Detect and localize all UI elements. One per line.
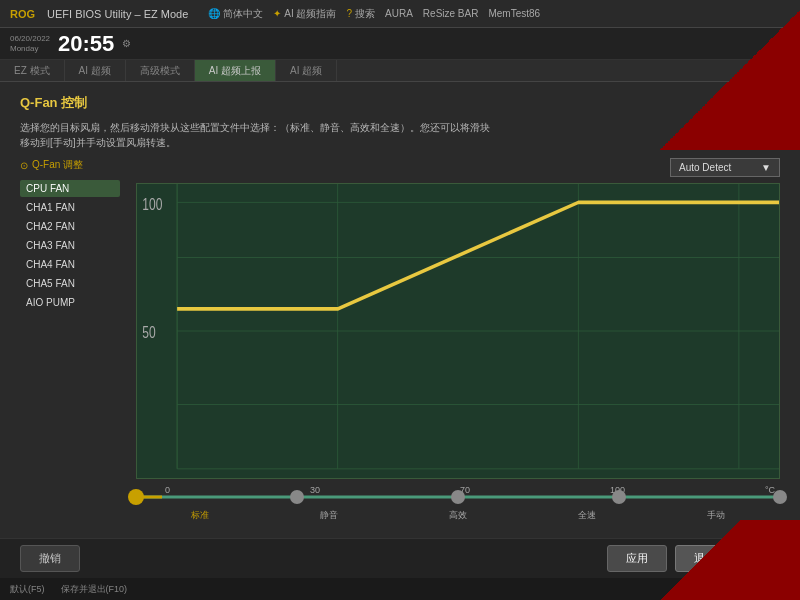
auto-detect-dropdown[interactable]: Auto Detect ▼ — [670, 158, 780, 177]
chart-header: Auto Detect ▼ — [136, 158, 780, 177]
label-standard: 标准 — [136, 509, 265, 522]
bg-decoration-top — [600, 0, 800, 150]
fan-mode-slider: 标准 静音 高效 全速 手动 — [136, 485, 780, 526]
language-icon: 🌐 — [208, 8, 220, 19]
chart-panel: Auto Detect ▼ — [136, 158, 780, 526]
slider-container[interactable] — [136, 489, 780, 505]
knob-standard[interactable] — [136, 489, 144, 505]
nav-resize-bar[interactable]: ReSize BAR — [423, 8, 479, 19]
fan-item-cha4[interactable]: CHA4 FAN — [20, 256, 120, 273]
content-area: Q-Fan 控制 选择您的目标风扇，然后移动滑块从这些配置文件中选择：（标准、静… — [0, 82, 800, 538]
label-quiet: 静音 — [265, 509, 394, 522]
search-icon: ? — [347, 8, 353, 19]
footer-key-default: 默认(F5) — [10, 583, 45, 596]
time-display: 20:55 — [58, 33, 114, 55]
rog-logo: ROG — [10, 8, 35, 20]
header-nav: 🌐 简体中文 ✦ AI 超频指南 ? 搜索 AURA ReSize BAR Me… — [208, 7, 540, 21]
svg-text:50: 50 — [142, 323, 155, 341]
tab-ai-report[interactable]: AI 超频上报 — [195, 60, 276, 81]
fan-item-cha5[interactable]: CHA5 FAN — [20, 275, 120, 292]
date-text: 06/20/2022 Monday — [10, 34, 50, 53]
main-container: ROG UEFI BIOS Utility – EZ Mode 🌐 简体中文 ✦… — [0, 0, 800, 600]
cancel-button[interactable]: 撤销 — [20, 545, 80, 572]
label-full: 全速 — [522, 509, 651, 522]
fan-item-cpu[interactable]: CPU FAN — [20, 180, 120, 197]
tab-ez-mode[interactable]: EZ 模式 — [0, 60, 65, 81]
tab-ai-oc[interactable]: AI 超频 — [65, 60, 126, 81]
qfan-label: ⊙ Q-Fan 调整 — [20, 158, 120, 172]
slider-labels: 标准 静音 高效 全速 手动 — [136, 509, 780, 522]
svg-text:100: 100 — [142, 195, 162, 213]
footer-keys: 默认(F5) 保存并退出(F10) — [10, 583, 127, 596]
nav-ai-guide[interactable]: ✦ AI 超频指南 — [273, 7, 336, 21]
settings-icon[interactable]: ⚙ — [122, 38, 131, 49]
knob-manual[interactable] — [780, 490, 787, 504]
tab-advanced[interactable]: 高级模式 — [126, 60, 195, 81]
fan-list: CPU FAN CHA1 FAN CHA2 FAN CHA3 FAN CHA4 … — [20, 180, 120, 311]
tab-ai-oc2[interactable]: AI 超频 — [276, 60, 337, 81]
fan-list-panel: ⊙ Q-Fan 调整 CPU FAN CHA1 FAN CHA2 FAN CHA… — [20, 158, 120, 526]
fan-item-cha1[interactable]: CHA1 FAN — [20, 199, 120, 216]
date-display: 06/20/2022 Monday — [10, 34, 50, 53]
knob-full[interactable] — [619, 490, 626, 504]
btn-group-left: 撤销 — [20, 545, 80, 572]
nav-memtest[interactable]: MemTest86 — [488, 8, 540, 19]
nav-language[interactable]: 🌐 简体中文 — [208, 7, 263, 21]
fan-item-cha3[interactable]: CHA3 FAN — [20, 237, 120, 254]
app-title: UEFI BIOS Utility – EZ Mode — [47, 8, 188, 20]
ai-icon: ✦ — [273, 8, 281, 19]
fan-item-aio[interactable]: AIO PUMP — [20, 294, 120, 311]
knob-efficient[interactable] — [458, 490, 465, 504]
qfan-area: ⊙ Q-Fan 调整 CPU FAN CHA1 FAN CHA2 FAN CHA… — [20, 158, 780, 526]
fan-item-cha2[interactable]: CHA2 FAN — [20, 218, 120, 235]
label-manual: 手动 — [651, 509, 780, 522]
footer-key-save: 保存并退出(F10) — [61, 583, 128, 596]
fan-curve-chart: 100 50 0 30 70 100 °C — [136, 183, 780, 479]
nav-search[interactable]: ? 搜索 — [347, 7, 376, 21]
label-efficient: 高效 — [394, 509, 523, 522]
nav-aura[interactable]: AURA — [385, 8, 413, 19]
dropdown-arrow-icon: ▼ — [761, 162, 771, 173]
qfan-icon: ⊙ — [20, 160, 28, 171]
knob-quiet[interactable] — [297, 490, 304, 504]
bg-decoration-bottom — [600, 520, 800, 600]
